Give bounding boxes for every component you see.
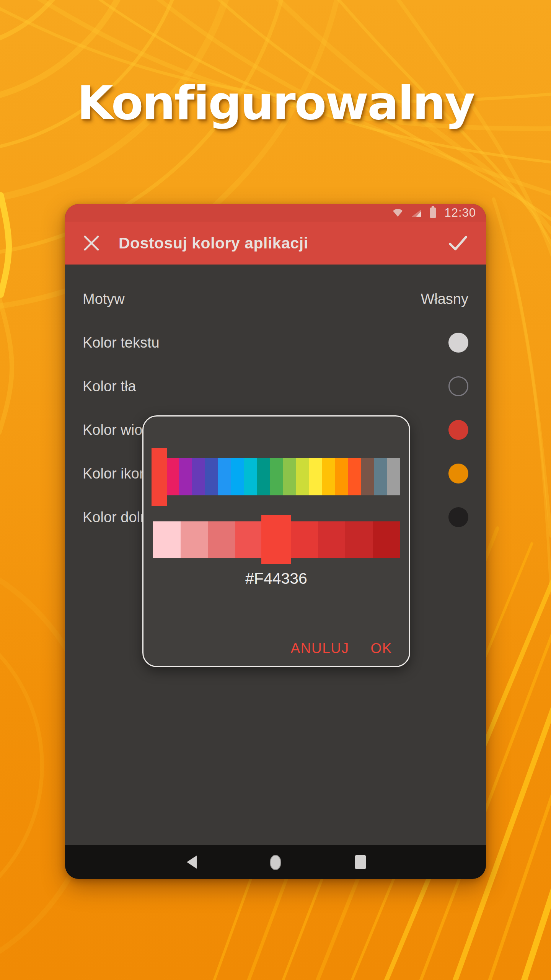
promo-page: Konfigurowalny 12:30 Dostosuj kolory apl… xyxy=(0,0,551,980)
battery-icon xyxy=(430,207,436,218)
hue-slider[interactable] xyxy=(153,458,400,495)
app-bar-title: Dostosuj kolory aplikacji xyxy=(119,234,308,252)
settings-row-label: Kolor tekstu xyxy=(83,335,160,351)
shade-segment[interactable] xyxy=(318,521,346,558)
hue-segment[interactable] xyxy=(374,458,387,495)
check-icon[interactable] xyxy=(448,235,468,252)
home-icon[interactable] xyxy=(270,855,281,870)
hue-segment[interactable] xyxy=(257,458,270,495)
color-swatch[interactable] xyxy=(448,464,468,483)
dialog-actions: ANULUJ OK xyxy=(291,640,392,657)
shade-segment[interactable] xyxy=(153,521,181,558)
hue-segment[interactable] xyxy=(348,458,361,495)
hue-segment[interactable] xyxy=(192,458,205,495)
hue-segment[interactable] xyxy=(309,458,322,495)
settings-row-label: Motyw xyxy=(83,291,125,307)
settings-row-value: Własny xyxy=(421,291,468,307)
shade-segment[interactable] xyxy=(235,521,263,558)
hue-segment[interactable] xyxy=(179,458,192,495)
cell-signal-icon xyxy=(411,209,422,217)
hue-segment[interactable] xyxy=(335,458,348,495)
page-title: Konfigurowalny xyxy=(0,76,551,130)
shade-segment[interactable] xyxy=(290,521,318,558)
hue-segment[interactable] xyxy=(361,458,374,495)
ok-button[interactable]: OK xyxy=(371,640,392,657)
settings-row[interactable]: Motyw Własny xyxy=(65,277,486,321)
app-bar: Dostosuj kolory aplikacji xyxy=(65,222,486,265)
back-icon[interactable] xyxy=(187,856,197,869)
color-swatch[interactable] xyxy=(448,420,468,440)
shade-segment[interactable] xyxy=(373,521,400,558)
hue-segment[interactable] xyxy=(231,458,244,495)
shade-segment[interactable] xyxy=(208,521,236,558)
hex-value: #F44336 xyxy=(143,570,409,588)
color-picker-dialog: #F44336 ANULUJ OK xyxy=(142,415,410,667)
settings-row-label: Kolor wiod xyxy=(83,422,150,438)
navigation-bar xyxy=(65,845,486,879)
close-icon[interactable] xyxy=(83,234,100,252)
hue-segment[interactable] xyxy=(205,458,218,495)
color-swatch[interactable] xyxy=(448,333,468,353)
hue-segment[interactable] xyxy=(387,458,400,495)
status-time: 12:30 xyxy=(444,206,476,220)
color-swatch[interactable] xyxy=(448,507,468,527)
shade-slider-handle[interactable] xyxy=(261,515,291,564)
settings-row-label: Kolor tła xyxy=(83,378,136,395)
settings-row-label: Kolor doln xyxy=(83,509,148,526)
cancel-button[interactable]: ANULUJ xyxy=(291,640,349,657)
hue-segment[interactable] xyxy=(166,458,179,495)
hue-slider-handle[interactable] xyxy=(152,448,167,506)
settings-row[interactable]: Kolor tła xyxy=(65,364,486,408)
color-swatch[interactable] xyxy=(448,376,468,396)
hue-segment[interactable] xyxy=(218,458,231,495)
recents-icon[interactable] xyxy=(355,855,366,869)
hue-segment[interactable] xyxy=(270,458,283,495)
wifi-icon xyxy=(393,209,403,217)
shade-segment[interactable] xyxy=(345,521,373,558)
hue-segment[interactable] xyxy=(244,458,257,495)
hue-segment[interactable] xyxy=(322,458,335,495)
status-bar: 12:30 xyxy=(65,204,486,222)
phone-screenshot: 12:30 Dostosuj kolory aplikacji Motyw Wł… xyxy=(65,204,486,879)
settings-row[interactable]: Kolor tekstu xyxy=(65,321,486,364)
shade-segment[interactable] xyxy=(181,521,208,558)
hue-segment[interactable] xyxy=(283,458,296,495)
hue-segment[interactable] xyxy=(296,458,309,495)
